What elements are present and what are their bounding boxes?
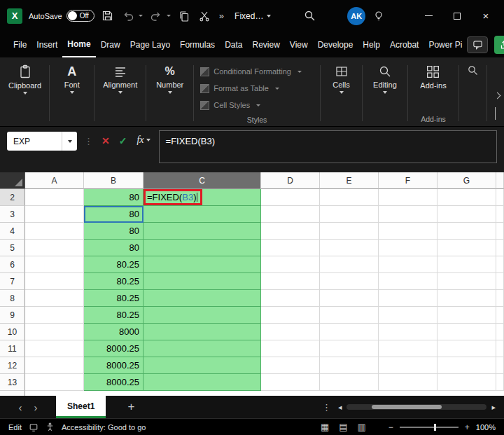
row-header[interactable]: 5 [0,240,25,256]
cell-c[interactable] [144,307,261,324]
row-header[interactable]: 11 [0,340,25,357]
normal-view-icon[interactable]: ▦ [321,422,329,432]
cell-a[interactable] [25,189,84,206]
cell-g[interactable] [438,374,496,391]
cell-d[interactable] [261,223,320,240]
column-header-c[interactable]: C [144,172,261,189]
ribbon-scroll-right-icon[interactable] [493,92,500,99]
cell-b[interactable]: 80 [84,189,144,206]
cell-e[interactable] [320,189,379,206]
analyze-data-icon[interactable] [467,64,479,79]
cell-e[interactable] [320,273,379,290]
column-header-b[interactable]: B [84,172,144,189]
ribbon-tab-review[interactable]: Review [247,32,284,57]
cell-g[interactable] [438,357,496,374]
clipboard-button[interactable]: Clipboard [8,64,41,95]
column-header-g[interactable]: G [438,172,496,189]
accessibility-icon[interactable] [46,422,55,431]
cell-c[interactable] [144,256,261,273]
row-header[interactable]: 2 [0,189,25,206]
cell-g[interactable] [438,256,496,273]
column-header-f[interactable]: F [379,172,438,189]
font-button[interactable]: A Font [64,64,80,94]
cell-b[interactable]: 80.25 [84,290,144,307]
cell-d[interactable] [261,307,320,324]
cell-d[interactable] [261,273,320,290]
cell-f[interactable] [379,273,438,290]
sheet-nav-right-icon[interactable]: › [28,401,43,413]
cell-d[interactable] [261,374,320,391]
cell-d[interactable] [261,290,320,307]
save-icon[interactable] [101,9,115,23]
cell-b[interactable]: 80.25 [84,307,144,324]
cell-f[interactable] [379,374,438,391]
cell-b[interactable]: 80.25 [84,273,144,290]
cell-a[interactable] [25,206,84,223]
cell-f[interactable] [379,223,438,240]
cell-a[interactable] [25,307,84,324]
row-header[interactable]: 3 [0,206,25,223]
cell-f[interactable] [379,290,438,307]
ribbon-tab-help[interactable]: Help [358,32,385,57]
cell-b[interactable]: 80 [84,240,144,256]
cell-b[interactable]: 8000.25 [84,357,144,374]
excel-logo-icon[interactable]: X [7,8,22,24]
cell-b[interactable]: 80 [84,206,144,223]
cell-d[interactable] [261,189,320,206]
cell-f[interactable] [379,340,438,357]
zoom-level[interactable]: 100% [476,423,496,431]
ribbon-tab-file[interactable]: File [8,32,31,57]
comments-button[interactable] [467,36,488,53]
cell-e[interactable] [320,223,379,240]
cell-c[interactable]: =FIXED(B3) [144,189,261,206]
cell-c[interactable] [144,206,261,223]
insert-function-button[interactable]: fx [136,134,150,146]
cell-a[interactable] [25,340,84,357]
cell-c[interactable] [144,290,261,307]
format-as-table-button[interactable]: Format as Table [197,80,316,97]
zoom-in-button[interactable]: + [465,422,470,432]
cell-c[interactable] [144,240,261,256]
conditional-formatting-button[interactable]: Conditional Formatting [197,63,316,80]
scrollbar-track[interactable] [346,404,486,410]
accessibility-status[interactable]: Accessibility: Good to go [62,423,146,431]
row-header[interactable]: 13 [0,374,25,391]
undo-icon[interactable] [121,9,135,23]
sheet-nav-left-icon[interactable]: ‹ [13,401,28,413]
cell-g[interactable] [438,189,496,206]
ribbon-tab-power-pivot[interactable]: Power Pi [424,32,467,57]
column-header-e[interactable]: E [320,172,379,189]
sheet-tab-sheet1[interactable]: Sheet1 [56,396,106,418]
cell-a[interactable] [25,273,84,290]
cell-styles-button[interactable]: Cell Styles [197,97,316,113]
ribbon-tab-page-layout[interactable]: Page Layo [125,32,175,57]
cell-b[interactable]: 8000.25 [84,340,144,357]
row-header[interactable]: 4 [0,223,25,240]
column-header-d[interactable]: D [261,172,320,189]
undo-caret-icon[interactable] [139,15,143,17]
maximize-button[interactable] [446,6,468,27]
page-layout-view-icon[interactable]: ▤ [339,422,347,432]
cell-e[interactable] [320,357,379,374]
cell-g[interactable] [438,206,496,223]
row-header[interactable]: 8 [0,290,25,307]
redo-caret-icon[interactable] [167,15,171,17]
cell-g[interactable] [438,223,496,240]
minimize-button[interactable] [417,6,440,27]
cell-g[interactable] [438,240,496,256]
addins-button[interactable]: Add-ins [420,64,446,90]
search-icon[interactable] [302,9,316,23]
editing-button[interactable]: Editing [373,64,397,94]
cell-g[interactable] [438,340,496,357]
row-header[interactable]: 7 [0,273,25,290]
scrollbar-thumb[interactable] [372,405,442,409]
zoom-slider[interactable] [400,427,458,428]
page-break-view-icon[interactable]: ▥ [358,422,366,432]
sheet-bar-options-icon[interactable]: ⋮ [322,402,331,413]
cell-b[interactable]: 8000 [84,324,144,340]
cell-c[interactable] [144,273,261,290]
document-title-dropdown[interactable]: Fixed… [234,11,271,21]
alignment-button[interactable]: Alignment [103,64,137,94]
cell-g[interactable] [438,290,496,307]
ribbon-tab-draw[interactable]: Draw [96,32,125,57]
